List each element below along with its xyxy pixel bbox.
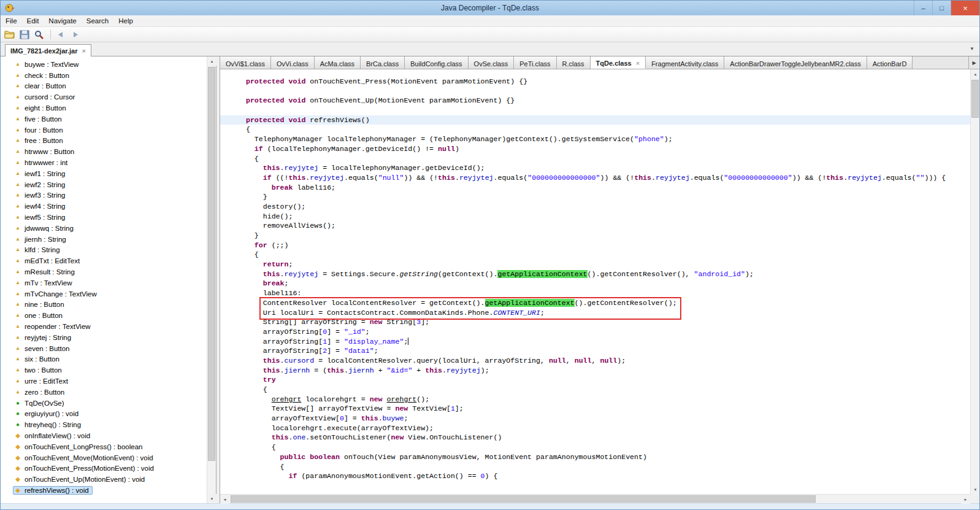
code-line[interactable]: if (localTelephonyManager.getDeviceId() … — [237, 144, 970, 154]
code-tab-tqde-class[interactable]: TqDe.class× — [591, 56, 646, 69]
code-line[interactable]: removeAllViews(); — [237, 221, 970, 231]
tree-item[interactable]: ◆onTouchEvent_Up(MotionEvent) : void — [1, 474, 207, 485]
code-line[interactable]: if ((!this.reyjytej.equals("null")) && (… — [237, 173, 970, 183]
tree-item[interactable]: ▲iewf3 : String — [1, 190, 207, 201]
minimize-button[interactable]: – — [914, 1, 932, 15]
tree-item[interactable]: ▲cursord : Cursor — [1, 91, 207, 102]
code-line[interactable]: return; — [237, 260, 970, 269]
menu-file[interactable]: File — [1, 16, 22, 26]
code-line[interactable]: public boolean onTouch(View paramAnonymo… — [237, 452, 970, 462]
code-tab-actionbard[interactable]: ActionBarD — [867, 56, 913, 69]
code-line[interactable]: destory(); — [237, 202, 970, 212]
tab-list-dropdown-icon[interactable]: ▼ — [967, 45, 977, 53]
open-button[interactable] — [3, 28, 17, 41]
code-line[interactable]: arrayOfString[2] = "data1"; — [237, 346, 970, 356]
scroll-up-icon[interactable]: ▲ — [207, 56, 216, 66]
code-tab-peti-class[interactable]: PeTi.class — [514, 56, 556, 69]
tree-item[interactable]: ▲five : Button — [1, 114, 207, 125]
search-button[interactable] — [33, 28, 46, 41]
tree-item[interactable]: ◆onTouchEvent_Move(MotionEvent) : void — [1, 452, 207, 463]
code-line[interactable]: } — [237, 231, 970, 241]
code-tab-brca-class[interactable]: BrCa.class — [361, 56, 405, 69]
tree-item[interactable]: ▲reyjytej : String — [1, 332, 207, 343]
code-line[interactable] — [237, 106, 970, 115]
code-line[interactable]: this.jiernh = (this.jiernh + "&id=" + th… — [237, 366, 970, 376]
tree-item[interactable]: ▲iewf5 : String — [1, 212, 207, 223]
tree-item[interactable]: ◆onTouchEvent_Press(MotionEvent) : void — [1, 463, 207, 474]
code-hscroll-track[interactable] — [229, 495, 961, 503]
tree-item[interactable]: ▲six : Button — [1, 354, 207, 365]
code-line[interactable]: localorehgrt.execute(arrayOfTextView); — [237, 423, 970, 433]
code-line[interactable]: protected void onTouchEvent_Up(MotionEve… — [237, 96, 970, 106]
code-tab-ovvi-1-class[interactable]: OvVi$1.class — [220, 56, 271, 69]
menu-search[interactable]: Search — [82, 16, 113, 26]
scroll-down-icon[interactable]: ▼ — [207, 494, 216, 503]
tree-item[interactable]: ●htreyheq() : String — [1, 419, 207, 430]
tree-item[interactable]: ▲iewf2 : String — [1, 179, 207, 190]
code-tab-acma-class[interactable]: AcMa.class — [315, 56, 361, 69]
tree-item[interactable]: ▲nine : Button — [1, 299, 207, 311]
code-line[interactable]: Uri localUri = ContactsContract.CommonDa… — [237, 308, 970, 318]
tree-item[interactable]: ▲klfd : String — [1, 245, 207, 256]
tree-item[interactable]: ◆refreshViews() : void — [1, 485, 207, 496]
code-line[interactable]: break; — [237, 279, 970, 288]
forward-button[interactable] — [69, 28, 82, 41]
code-vertical-scrollbar[interactable]: ▲ ▼ — [970, 69, 979, 494]
code-horizontal-scrollbar[interactable]: ◄ ► — [220, 494, 970, 503]
tree-item[interactable]: ▲jiernh : String — [1, 234, 207, 245]
menu-navigate[interactable]: Navigate — [44, 16, 81, 26]
code-tab-buildconfig-class[interactable]: BuildConfig.class — [405, 56, 468, 69]
tree-item[interactable]: ▲two : Button — [1, 365, 207, 376]
tab-overflow-icon[interactable]: ▶ — [968, 56, 979, 69]
code-line[interactable]: label116: — [237, 288, 970, 298]
tree-item[interactable]: ▲jdwwwq : String — [1, 223, 207, 234]
code-area[interactable]: protected void onTouchEvent_Press(Motion… — [220, 69, 970, 494]
maximize-button[interactable]: □ — [932, 1, 951, 15]
tree-scrollbar-track[interactable] — [207, 66, 216, 494]
code-line[interactable]: arrayOfString[0] = "_id"; — [237, 327, 970, 337]
tree-item[interactable]: ▲buywe : TextView — [1, 59, 207, 70]
tree-item[interactable]: ▲four : Button — [1, 125, 207, 136]
code-line[interactable]: TelephonyManager localTelephonyManager =… — [237, 134, 970, 144]
code-line[interactable]: hide(); — [237, 212, 970, 222]
tree-item[interactable]: ▲reopender : TextView — [1, 321, 207, 332]
tree-item[interactable]: ●ergiuyiyur() : void — [1, 409, 207, 420]
code-line[interactable]: ContentResolver localContentResolver = g… — [237, 298, 970, 308]
tree-item[interactable]: ▲iewf4 : String — [1, 201, 207, 212]
close-button[interactable]: × — [951, 1, 979, 15]
tree-item[interactable]: ▲iewf1 : String — [1, 168, 207, 179]
code-line[interactable]: try — [237, 375, 970, 385]
code-line[interactable]: protected void onTouchEvent_Press(Motion… — [237, 77, 970, 87]
tree-item[interactable]: ▲zero : Button — [1, 387, 207, 398]
code-tab-actionbardrawertogglejellybeanmr2-class[interactable]: ActionBarDrawerToggleJellybeanMR2.class — [724, 56, 867, 69]
tree-item[interactable]: ▲eight : Button — [1, 102, 207, 114]
code-line[interactable]: { — [237, 154, 970, 164]
code-line[interactable]: orehgrt localorehgrt = new orehgrt(); — [237, 395, 970, 404]
code-line[interactable]: { — [237, 250, 970, 260]
code-line[interactable] — [237, 87, 970, 96]
tree-item[interactable]: ▲seven : Button — [1, 343, 207, 354]
close-tab-icon[interactable]: × — [636, 60, 640, 67]
code-tab-ovse-class[interactable]: OvSe.class — [469, 56, 515, 69]
tree-item[interactable]: ▲mEdTxt : EditText — [1, 255, 207, 266]
document-tab[interactable]: IMG_7821-dex2jar.jar × — [5, 44, 91, 56]
tree-item[interactable]: ▲check : Button — [1, 70, 207, 81]
back-button[interactable] — [54, 28, 67, 41]
code-line[interactable]: TextView[] arrayOfTextView = new TextVie… — [237, 404, 970, 414]
tree-item[interactable]: ●TqDe(OvSe) — [1, 398, 207, 409]
tree-item[interactable]: ▲clear : Button — [1, 81, 207, 92]
code-line[interactable]: this.one.setOnTouchListener(new View.OnT… — [237, 433, 970, 442]
code-line[interactable]: break label116; — [237, 183, 970, 193]
tree-scrollbar-thumb[interactable] — [208, 67, 215, 461]
code-line[interactable]: if (paramAnonymousMotionEvent.getAction(… — [237, 471, 970, 481]
save-button[interactable] — [18, 28, 31, 41]
menu-help[interactable]: Help — [113, 16, 138, 26]
code-line[interactable]: String[] arrayOfString = new String[3]; — [237, 317, 970, 327]
code-line[interactable]: arrayOfString[1] = "display_name"; — [237, 337, 970, 347]
tree-item[interactable]: ▲urre : EditText — [1, 376, 207, 387]
scroll-up-icon[interactable]: ▲ — [971, 69, 980, 79]
code-line[interactable]: this.reyjytej = Settings.Secure.getStrin… — [237, 269, 970, 279]
tree-item[interactable]: ▲mTv : TextView — [1, 277, 207, 288]
code-tab-fragmentactivity-class[interactable]: FragmentActivity.class — [646, 56, 724, 69]
tree-item[interactable]: ◆onInflateView() : void — [1, 430, 207, 441]
